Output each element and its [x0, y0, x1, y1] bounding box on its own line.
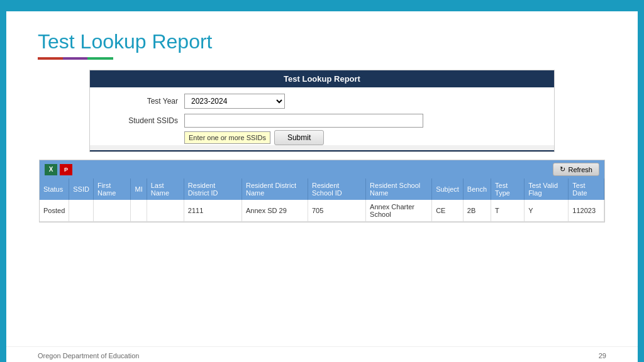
refresh-icon: ↻: [560, 165, 565, 173]
ssid-row: Student SSIDs: [109, 114, 535, 128]
cell-test-date: 112023: [569, 200, 604, 222]
test-year-label: Test Year: [109, 97, 178, 106]
ssid-hint-row: Enter one or more SSIDs Submit: [109, 130, 535, 145]
ssid-label: Student SSIDs: [109, 116, 178, 125]
col-status: Status: [40, 178, 69, 200]
col-test-valid-flag: Test Valid Flag: [525, 178, 569, 200]
test-year-select[interactable]: 2023-2024: [184, 94, 285, 109]
refresh-button[interactable]: ↻ Refresh: [553, 163, 599, 176]
col-resident-school-name: Resident School Name: [366, 178, 432, 200]
submit-button[interactable]: Submit: [274, 130, 324, 145]
cell-subject: CE: [432, 200, 464, 222]
table-container: X P ↻ Refresh Status SSID First Name MI …: [39, 160, 605, 222]
table-head: Status SSID First Name MI Last Name Resi…: [40, 178, 604, 200]
slide-footer: Oregon Department of Education 29: [6, 346, 638, 362]
page-title: Test Lookup Report: [38, 30, 606, 53]
table-row: Posted 2111 Annex SD 29 705 Annex Charte…: [40, 200, 604, 222]
cell-mi: [131, 200, 147, 222]
refresh-label: Refresh: [568, 166, 592, 173]
col-resident-district-name: Resident District Name: [242, 178, 308, 200]
col-last-name: Last Name: [147, 178, 184, 200]
ssid-input[interactable]: [184, 114, 423, 128]
cell-resident-school-name: Annex Charter School: [366, 200, 432, 222]
table-toolbar: X P ↻ Refresh: [40, 160, 604, 178]
cell-last-name: [147, 200, 184, 222]
col-test-type: Test Type: [491, 178, 525, 200]
form-header: Test Lookup Report: [90, 70, 554, 87]
cell-status: Posted: [40, 200, 69, 222]
cell-first-name: [93, 200, 131, 222]
col-resident-school-id: Resident School ID: [308, 178, 365, 200]
cell-resident-school-id: 705: [308, 200, 365, 222]
title-underline: [38, 57, 113, 60]
cell-resident-district-id: 2111: [184, 200, 242, 222]
cell-resident-district-name: Annex SD 29: [242, 200, 308, 222]
col-first-name: First Name: [93, 178, 131, 200]
form-container: Test Lookup Report Test Year 2023-2024 S…: [89, 70, 555, 152]
col-mi: MI: [131, 178, 147, 200]
col-resident-district-id: Resident District ID: [184, 178, 242, 200]
form-divider: [90, 150, 554, 151]
test-year-row: Test Year 2023-2024: [109, 94, 535, 109]
table-body: Posted 2111 Annex SD 29 705 Annex Charte…: [40, 200, 604, 222]
footer-org: Oregon Department of Education: [38, 352, 139, 359]
form-body: Test Year 2023-2024 Student SSIDs Enter …: [90, 87, 554, 145]
slide: Test Lookup Report Test Lookup Report Te…: [6, 6, 638, 362]
col-ssid: SSID: [69, 178, 94, 200]
cell-test-valid-flag: Y: [525, 200, 569, 222]
ssid-hint: Enter one or more SSIDs: [184, 131, 270, 144]
table-header-row: Status SSID First Name MI Last Name Resi…: [40, 178, 604, 200]
excel-icon[interactable]: X: [45, 164, 57, 175]
cell-bench: 2B: [463, 200, 491, 222]
col-test-date: Test Date: [569, 178, 604, 200]
col-bench: Bench: [463, 178, 491, 200]
pdf-icon[interactable]: P: [60, 164, 72, 175]
col-subject: Subject: [432, 178, 464, 200]
data-table: Status SSID First Name MI Last Name Resi…: [40, 178, 604, 222]
toolbar-icons: X P: [45, 164, 72, 175]
cell-test-type: T: [491, 200, 525, 222]
cell-ssid: [69, 200, 94, 222]
page-number: 29: [599, 352, 606, 359]
